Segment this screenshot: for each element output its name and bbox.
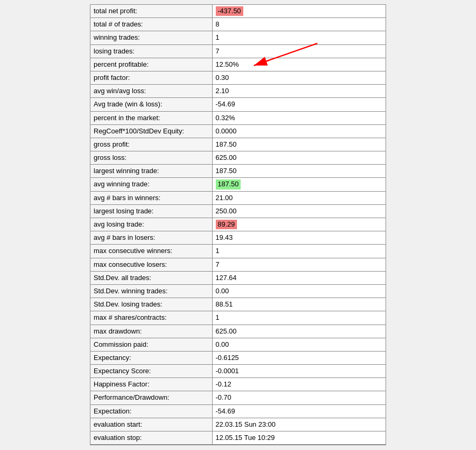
- row-value: 12.05.15 Tue 10:29: [212, 431, 386, 445]
- row-value: 89.29: [212, 218, 386, 231]
- row-value: -437.50: [212, 5, 386, 18]
- row-label: avg win/avg loss:: [90, 85, 212, 98]
- table-row: avg losing trade:89.29: [90, 218, 386, 231]
- row-label: max consecutive winners:: [90, 245, 212, 258]
- table-row: Std.Dev. all trades:127.64: [90, 271, 386, 284]
- row-label: Std.Dev. all trades:: [90, 271, 212, 284]
- row-value: 7: [212, 44, 386, 58]
- row-label: total net profit:: [90, 5, 212, 18]
- row-value: 22.03.15 Sun 23:00: [212, 418, 386, 431]
- row-value: -0.6125: [212, 351, 386, 364]
- row-label: largest losing trade:: [90, 204, 212, 218]
- table-row: max consecutive losers:7: [90, 258, 386, 271]
- row-value: 127.64: [212, 271, 386, 284]
- row-value: 21.00: [212, 191, 386, 204]
- row-label: avg # bars in winners:: [90, 191, 212, 204]
- row-value: -0.70: [212, 391, 386, 404]
- row-value: 19.43: [212, 231, 386, 245]
- table-row: Expectancy Score:-0.0001: [90, 365, 386, 378]
- table-row: max drawdown:625.00: [90, 325, 386, 338]
- row-label: Expectancy Score:: [90, 365, 212, 378]
- table-row: evaluation stop:12.05.15 Tue 10:29: [90, 431, 386, 445]
- table-row: gross profit:187.50: [90, 138, 386, 151]
- stats-table-container: total net profit:-437.50total # of trade…: [90, 4, 386, 445]
- row-label: percent in the market:: [90, 111, 212, 124]
- row-value: 0.0000: [212, 124, 386, 138]
- table-row: avg winning trade:187.50: [90, 178, 386, 191]
- row-label: Commission paid:: [90, 338, 212, 351]
- table-row: total # of trades:8: [90, 18, 386, 31]
- row-label: RegCoeff*100/StdDev Equity:: [90, 124, 212, 138]
- row-value: 625.00: [212, 325, 386, 338]
- row-value: 2.10: [212, 85, 386, 98]
- row-value: -54.69: [212, 404, 386, 418]
- row-value: 1: [212, 245, 386, 258]
- row-label: total # of trades:: [90, 18, 212, 31]
- row-label: Std.Dev. winning trades:: [90, 284, 212, 298]
- table-row: Performance/Drawdown:-0.70: [90, 391, 386, 404]
- table-row: Std.Dev. losing trades:88.51: [90, 298, 386, 311]
- row-value: 8: [212, 18, 386, 31]
- row-value: 0.30: [212, 71, 386, 84]
- table-row: largest losing trade:250.00: [90, 204, 386, 218]
- table-row: gross loss:625.00: [90, 151, 386, 165]
- row-label: Std.Dev. losing trades:: [90, 298, 212, 311]
- row-label: evaluation start:: [90, 418, 212, 431]
- row-label: avg losing trade:: [90, 218, 212, 231]
- performance-table: total net profit:-437.50total # of trade…: [90, 5, 386, 445]
- table-row: largest winning trade:187.50: [90, 165, 386, 178]
- table-row: avg win/avg loss:2.10: [90, 85, 386, 98]
- row-label: Performance/Drawdown:: [90, 391, 212, 404]
- row-value: 0.00: [212, 338, 386, 351]
- row-label: avg # bars in losers:: [90, 231, 212, 245]
- row-label: profit factor:: [90, 71, 212, 84]
- table-row: avg # bars in losers:19.43: [90, 231, 386, 245]
- table-row: Commission paid:0.00: [90, 338, 386, 351]
- row-value: 187.50: [212, 178, 386, 191]
- row-value: 0.00: [212, 284, 386, 298]
- row-label: max drawdown:: [90, 325, 212, 338]
- row-value: 250.00: [212, 204, 386, 218]
- table-row: max consecutive winners:1: [90, 245, 386, 258]
- table-row: Avg trade (win & loss):-54.69: [90, 98, 386, 111]
- table-row: profit factor:0.30: [90, 71, 386, 84]
- row-label: max # shares/contracts:: [90, 311, 212, 325]
- row-value: 0.32%: [212, 111, 386, 124]
- table-row: percent profitable:12.50%: [90, 58, 386, 71]
- row-value: -54.69: [212, 98, 386, 111]
- value-highlight-red: -437.50: [216, 6, 243, 16]
- row-label: winning trades:: [90, 31, 212, 44]
- row-label: avg winning trade:: [90, 178, 212, 191]
- row-value: 187.50: [212, 138, 386, 151]
- table-row: avg # bars in winners:21.00: [90, 191, 386, 204]
- row-label: max consecutive losers:: [90, 258, 212, 271]
- row-value: 1: [212, 31, 386, 44]
- row-label: Avg trade (win & loss):: [90, 98, 212, 111]
- row-label: gross loss:: [90, 151, 212, 165]
- row-label: losing trades:: [90, 44, 212, 58]
- row-label: gross profit:: [90, 138, 212, 151]
- row-value: 187.50: [212, 165, 386, 178]
- row-value: 12.50%: [212, 58, 386, 71]
- table-row: max # shares/contracts:1: [90, 311, 386, 325]
- row-value: 625.00: [212, 151, 386, 165]
- value-highlight-red-inline: 89.29: [216, 220, 237, 229]
- table-row: Expectancy:-0.6125: [90, 351, 386, 364]
- row-value: -0.12: [212, 378, 386, 391]
- row-value: 1: [212, 311, 386, 325]
- row-label: percent profitable:: [90, 58, 212, 71]
- value-highlight-green: 187.50: [216, 179, 241, 189]
- table-row: Std.Dev. winning trades:0.00: [90, 284, 386, 298]
- row-value: 88.51: [212, 298, 386, 311]
- table-row: losing trades:7: [90, 44, 386, 58]
- row-value: -0.0001: [212, 365, 386, 378]
- table-row: percent in the market:0.32%: [90, 111, 386, 124]
- table-row: total net profit:-437.50: [90, 5, 386, 18]
- table-row: evaluation start:22.03.15 Sun 23:00: [90, 418, 386, 431]
- table-row: RegCoeff*100/StdDev Equity:0.0000: [90, 124, 386, 138]
- table-row: winning trades:1: [90, 31, 386, 44]
- table-row: Expectation:-54.69: [90, 404, 386, 418]
- row-label: evaluation stop:: [90, 431, 212, 445]
- row-label: Expectancy:: [90, 351, 212, 364]
- row-value: 7: [212, 258, 386, 271]
